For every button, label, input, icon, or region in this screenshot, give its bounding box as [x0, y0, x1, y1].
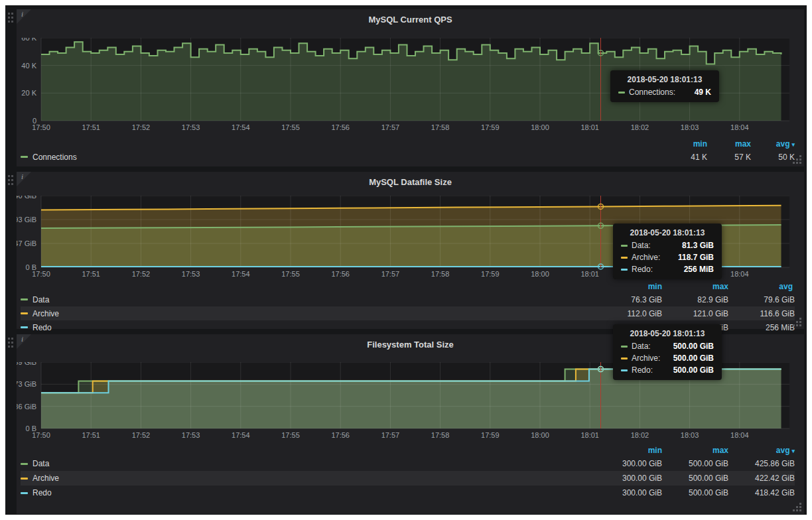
x-tick-label: 17:52 [132, 431, 151, 439]
stat-min: 41 K [663, 153, 707, 162]
legend-row-data: Data 76.3 GiB 82.9 GiB 79.6 GiB [21, 292, 795, 306]
x-tick-label: 17:54 [232, 270, 250, 278]
y-tick-label: 40 K [21, 62, 36, 70]
tooltip-row: Archive: 118.7 GiB [621, 253, 714, 262]
row-drag-handle[interactable] [8, 13, 10, 15]
stat-max: 500.00 GiB [662, 459, 728, 468]
tooltip-series-label: Archive: [632, 253, 660, 262]
series-color-dash-icon [621, 369, 628, 371]
panel-resize-handle[interactable] [799, 509, 801, 511]
x-tick-label: 17:51 [82, 431, 100, 439]
stat-avg: 50 K [751, 153, 795, 162]
tooltip-series-value: 500.00 GiB [661, 365, 714, 375]
x-tick-label: 17:55 [281, 431, 300, 439]
legend-sort-avg[interactable]: avg [728, 282, 795, 291]
stat-max: 500.00 GiB [662, 474, 728, 483]
x-tick-label: 17:57 [381, 431, 400, 439]
x-tick-label: 17:58 [431, 431, 450, 439]
tooltip-series-label: Data: [632, 342, 651, 351]
x-tick-label: 17:56 [331, 123, 350, 131]
x-tick-label: 17:58 [431, 270, 450, 278]
x-tick-label: 17:59 [481, 431, 500, 439]
info-icon[interactable]: i [21, 10, 23, 18]
legend-sort-max[interactable]: max [662, 282, 728, 291]
legend-row-archive: Archive 300.00 GiB 500.00 GiB 422.42 GiB [21, 471, 795, 486]
info-icon[interactable]: i [21, 335, 23, 343]
panel-info-corner[interactable] [17, 172, 31, 186]
y-tick-label: 20 K [21, 89, 36, 97]
panel-title[interactable]: MySQL Current QPS [17, 13, 804, 27]
series-color-dash-icon[interactable] [21, 156, 28, 158]
x-tick-label: 17:50 [32, 270, 50, 278]
spacer [17, 189, 804, 196]
series-color-dash-icon[interactable] [21, 492, 28, 494]
x-tick-label: 18:04 [730, 270, 749, 278]
legend-row-data: Data 300.00 GiB 500.00 GiB 425.86 GiB [21, 456, 795, 471]
series-label-redo[interactable]: Redo [33, 488, 52, 497]
series-label-archive[interactable]: Archive [33, 309, 59, 318]
legend-sort-max[interactable]: max [662, 446, 728, 455]
x-tick-label: 18:04 [730, 123, 749, 131]
legend-sort-max[interactable]: max [707, 139, 751, 149]
tooltip-datafile-size: 2018-05-20 18:01:13 Data: 81.3 GiB Archi… [613, 224, 722, 279]
legend-header: min max avg▾ [21, 444, 795, 456]
series-color-dash-icon[interactable] [21, 312, 28, 314]
stat-min: 112.0 GiB [596, 309, 662, 318]
tooltip-series-label: Archive: [632, 354, 660, 363]
x-tick-label: 18:04 [730, 431, 749, 439]
panel-resize-handle[interactable] [799, 324, 801, 326]
legend-sort-min[interactable]: min [596, 282, 662, 291]
x-tick-label: 18:01 [580, 270, 599, 278]
x-tick-label: 17:59 [481, 270, 500, 278]
panel-resize-handle[interactable] [799, 162, 801, 164]
info-icon[interactable]: i [21, 172, 23, 180]
legend-row-archive: Archive 112.0 GiB 121.0 GiB 116.6 GiB [21, 306, 795, 320]
legend-sort-avg[interactable]: avg▾ [728, 446, 795, 455]
tooltip-series-label: Redo: [632, 365, 653, 375]
x-tick-label: 18:01 [580, 431, 599, 439]
x-tick-label: 18:03 [681, 431, 699, 439]
x-tick-label: 18:00 [531, 123, 549, 131]
panel-title[interactable]: MySQL Datafile Size [17, 176, 804, 189]
series-color-dash-icon [618, 92, 625, 94]
x-tick-label: 17:56 [331, 270, 350, 278]
tooltip-timestamp: 2018-05-20 18:01:13 [618, 75, 711, 84]
series-color-dash-icon[interactable] [21, 298, 28, 300]
y-tick-label: 186 GiB [17, 403, 36, 411]
row-drag-handle[interactable] [8, 175, 10, 177]
legend-sort-min[interactable]: min [596, 446, 662, 455]
series-label-data[interactable]: Data [33, 459, 49, 468]
sort-caret-icon: ▾ [791, 448, 795, 454]
series-label-connections[interactable]: Connections [33, 153, 77, 162]
tooltip-row: Data: 81.3 GiB [621, 241, 714, 250]
row-drag-handle[interactable] [8, 338, 10, 340]
x-tick-label: 17:52 [132, 270, 151, 278]
stat-max: 82.9 GiB [662, 295, 728, 304]
stat-min: 300.00 GiB [596, 474, 662, 483]
x-tick-label: 17:55 [281, 123, 300, 131]
legend-row-redo: Redo 300.00 GiB 500.00 GiB 418.42 GiB [21, 486, 795, 500]
y-tick-label: 140 GiB [17, 196, 36, 200]
tooltip-timestamp: 2018-05-20 18:01:13 [621, 228, 714, 237]
tooltip-timestamp: 2018-05-20 18:01:13 [621, 329, 714, 338]
series-color-dash-icon [621, 346, 628, 348]
y-tick-label: 93 GiB [17, 216, 36, 224]
panel-info-corner[interactable] [17, 334, 31, 349]
x-tick-label: 18:00 [531, 431, 549, 439]
series-color-dash-icon[interactable] [21, 478, 28, 480]
panel-info-corner[interactable] [17, 9, 31, 24]
series-label-redo[interactable]: Redo [33, 323, 52, 332]
legend-sort-avg[interactable]: avg▾ [751, 139, 795, 149]
series-label-archive[interactable]: Archive [33, 474, 59, 483]
y-tick-label: 60 K [21, 38, 36, 42]
legend-sort-min[interactable]: min [663, 139, 707, 149]
x-tick-label: 17:53 [182, 123, 200, 131]
x-tick-label: 18:01 [580, 123, 599, 131]
series-color-dash-icon[interactable] [21, 326, 28, 328]
series-color-dash-icon[interactable] [21, 463, 28, 465]
y-tick-label: 559 GiB [17, 362, 36, 366]
x-tick-label: 17:51 [82, 270, 100, 278]
series-label-data[interactable]: Data [33, 295, 49, 304]
tooltip-series-value: 49 K [683, 88, 711, 97]
avg-label: avg [776, 446, 790, 455]
